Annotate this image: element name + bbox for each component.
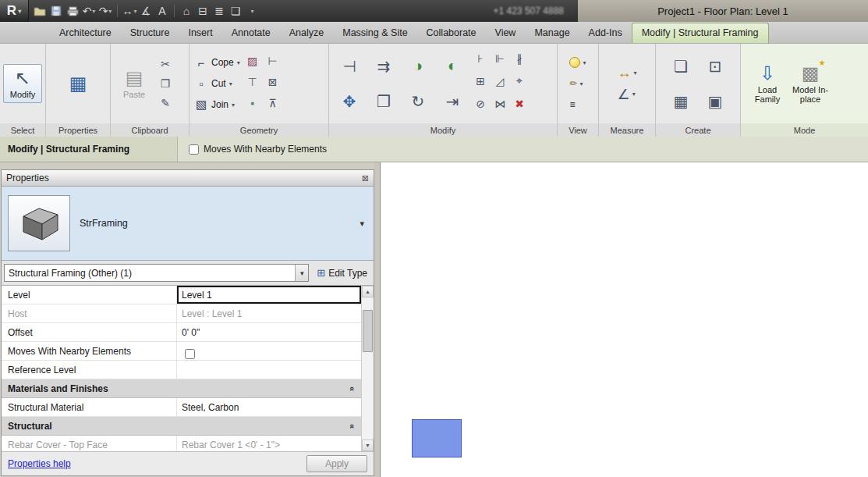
property-row-structural-material: Structural Material Steel, Carbon (2, 398, 361, 417)
cut-geometry-button[interactable]: ▫ Cut ▾ (193, 73, 242, 94)
apply-button[interactable]: Apply (306, 455, 367, 472)
property-value[interactable] (177, 361, 361, 379)
properties-help-link[interactable]: Properties help (8, 458, 71, 469)
delete-button[interactable]: ✖ (511, 95, 528, 112)
angular-dimension-button[interactable]: ∠ ▾ (614, 85, 639, 104)
switch-windows-button[interactable]: ❏ (228, 2, 243, 20)
beam-column-joins-button[interactable]: ⊢ (264, 52, 282, 69)
trim-extend-single-button[interactable]: ⊦ (472, 50, 489, 67)
group-header-materials[interactable]: Materials and Finishes « (2, 379, 361, 398)
copy-button[interactable]: ❐ (367, 84, 401, 119)
scale-button[interactable]: ◿ (491, 73, 508, 90)
mirror-draw-axis-button[interactable]: ◐ (435, 48, 469, 84)
offset-button[interactable]: ⇉ (367, 48, 401, 84)
save-button[interactable] (48, 2, 64, 20)
dimension-caret-icon: ▾ (133, 8, 136, 15)
move-button[interactable]: ✥ (332, 84, 367, 119)
select-panel-label: Select (0, 123, 45, 137)
properties-button[interactable]: ▦ (58, 73, 98, 94)
cope-button[interactable]: ⌐ Cope ▾ (193, 52, 242, 73)
palette-splitter[interactable] (374, 162, 380, 477)
cut-profile-button[interactable]: ⊠ (264, 73, 282, 91)
print-button[interactable] (65, 2, 80, 20)
moves-with-nearby-checkbox[interactable] (189, 144, 199, 155)
override-graphics-button[interactable]: ✏ ▾ (566, 74, 589, 93)
paste-button[interactable]: ▤ Paste (114, 68, 154, 99)
property-value[interactable]: 0' 0" (177, 323, 361, 341)
match-type-button[interactable]: ✎ (157, 94, 174, 112)
cut-to-clipboard-button[interactable]: ✂ (157, 55, 174, 73)
hide-elements-button[interactable]: ≡ (566, 95, 589, 114)
trim-extend-multiple-button[interactable]: ⊩ (491, 50, 508, 67)
beam-column-joins-icon: ⊢ (268, 55, 278, 67)
trim-extend-button[interactable]: ⇥ (435, 84, 469, 119)
tab-view[interactable]: View (486, 23, 526, 43)
type-selector-caret-icon[interactable]: ▾ (360, 219, 367, 229)
join-button[interactable]: ▧ Join ▾ (193, 94, 242, 116)
copy-to-clipboard-button[interactable]: ❐ (157, 75, 174, 92)
load-family-label: Load Family (747, 85, 788, 104)
pin-button[interactable]: ⌖ (511, 73, 528, 90)
tab-insert[interactable]: Insert (179, 23, 221, 43)
scroll-up-icon[interactable]: ▲ (362, 286, 374, 297)
section-button[interactable]: ⊟ (195, 2, 211, 20)
model-in-place-button[interactable]: ▩ ★ Model In-place (790, 63, 831, 104)
create-parts-button[interactable]: ⊡ (698, 48, 732, 84)
type-selector[interactable]: StrFraming ▾ (2, 187, 374, 261)
type-name: StrFraming (80, 218, 350, 229)
unpin-button[interactable]: ⊘ (472, 95, 489, 112)
undo-button[interactable]: ↶ ▾ (81, 2, 97, 20)
tab-collaborate[interactable]: Collaborate (417, 23, 486, 43)
customize-qat-button[interactable]: ▾ (244, 2, 260, 20)
tab-annotate[interactable]: Annotate (222, 23, 280, 43)
align-button[interactable]: ⊣ (332, 48, 367, 84)
open-button[interactable] (32, 2, 48, 20)
rotate-button[interactable]: ↻ (401, 84, 435, 119)
mirror-pick-axis-button[interactable]: ◑ (401, 48, 435, 84)
demolish-button[interactable]: ⊼ (264, 94, 282, 112)
edit-joins-button[interactable]: ⋈ (491, 95, 508, 112)
array-button[interactable]: ⊞ (472, 73, 489, 90)
tab-analyze[interactable]: Analyze (280, 23, 333, 43)
property-value-editor[interactable]: Level 1 (177, 286, 361, 304)
default-3d-view-button[interactable]: ⌂ (179, 2, 194, 20)
drawing-canvas[interactable] (380, 162, 868, 477)
load-family-button[interactable]: ⇩ Load Family (747, 63, 788, 104)
filter-combo-caret-icon[interactable]: ▾ (295, 265, 308, 281)
properties-scrollbar[interactable]: ▲ ▼ (361, 286, 374, 451)
tab-manage[interactable]: Manage (525, 23, 579, 43)
tab-massing-site[interactable]: Massing & Site (333, 23, 416, 43)
cope-caret-icon: ▾ (237, 59, 240, 66)
palette-options-icon[interactable]: ⊠ (362, 173, 369, 183)
temporary-hide-isolate-button[interactable]: ▾ (566, 53, 589, 72)
collapse-chevron-icon: « (348, 386, 357, 390)
create-assembly-button[interactable]: ▦ (664, 84, 698, 119)
thin-lines-button[interactable]: ≣ (211, 2, 227, 20)
redo-button[interactable]: ↷ ▾ (97, 2, 113, 20)
aligned-dimension-button[interactable]: ↔ ▾ (122, 2, 137, 20)
scroll-down-icon[interactable]: ▼ (362, 440, 374, 451)
revit-logo-button[interactable]: R ▾ (0, 0, 29, 22)
element-filter-combo[interactable]: Structural Framing (Other) (1) ▾ (4, 264, 309, 282)
paint-button[interactable]: ▨ (244, 52, 261, 69)
create-group-button[interactable]: ❏ (664, 48, 698, 84)
tab-modify-structural-framing[interactable]: Modify | Structural Framing (632, 23, 769, 43)
text-button[interactable]: A (154, 2, 170, 20)
property-value[interactable]: Steel, Carbon (177, 398, 361, 416)
edit-type-button[interactable]: ⊞ Edit Type (313, 267, 371, 279)
measure-tape-button[interactable]: ↔ ▾ (614, 64, 639, 83)
split-face-button[interactable]: ▪ (244, 94, 261, 112)
group-header-structural[interactable]: Structural « (2, 417, 361, 436)
tab-architecture[interactable]: Architecture (50, 23, 121, 43)
moves-with-nearby-cell-checkbox[interactable] (185, 349, 195, 359)
properties-palette-header[interactable]: Properties ⊠ (2, 170, 374, 187)
scrollbar-thumb[interactable] (363, 310, 373, 352)
create-similar-button[interactable]: ▣ (698, 84, 732, 119)
tab-structure[interactable]: Structure (121, 23, 179, 43)
wall-joins-button[interactable]: ⊤ (244, 73, 261, 91)
selected-element[interactable] (412, 419, 462, 457)
modify-button[interactable]: ↖ Modify (3, 64, 42, 103)
split-element-button[interactable]: ∦ (511, 50, 528, 67)
measure-button[interactable]: ∡ (138, 2, 154, 20)
tab-add-ins[interactable]: Add-Ins (579, 23, 632, 43)
